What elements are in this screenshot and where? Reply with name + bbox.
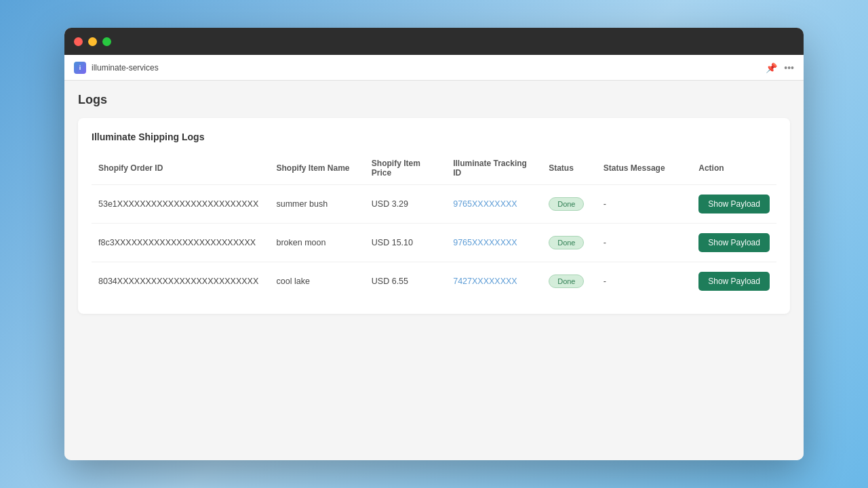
cell-action: Show Payload	[692, 185, 776, 224]
col-header-item-name: Shopify Item Name	[270, 153, 365, 185]
show-payload-button[interactable]: Show Payload	[698, 233, 770, 252]
minimize-button[interactable]	[88, 37, 97, 46]
show-payload-button[interactable]: Show Payload	[698, 195, 770, 214]
app-name-label: illuminate-services	[92, 63, 159, 73]
table-row: f8c3XXXXXXXXXXXXXXXXXXXXXXXXX broken moo…	[92, 224, 776, 262]
more-options-icon[interactable]: •••	[784, 62, 794, 73]
cell-item-name: cool lake	[270, 262, 365, 301]
table-row: 8034XXXXXXXXXXXXXXXXXXXXXXXXX cool lake …	[92, 262, 776, 301]
status-badge: Done	[549, 274, 584, 288]
cell-order-id: 8034XXXXXXXXXXXXXXXXXXXXXXXXX	[92, 262, 270, 301]
app-icon-label: i	[79, 64, 81, 71]
maximize-button[interactable]	[102, 37, 111, 46]
cell-status: Done	[542, 224, 597, 262]
cell-item-name: summer bush	[270, 185, 365, 224]
table-header-row: Shopify Order ID Shopify Item Name Shopi…	[92, 153, 776, 185]
card-title: Illuminate Shipping Logs	[92, 131, 776, 142]
table-row: 53e1XXXXXXXXXXXXXXXXXXXXXXXXX summer bus…	[92, 185, 776, 224]
col-header-item-price: Shopify Item Price	[365, 153, 446, 185]
cell-item-price: USD 15.10	[365, 224, 446, 262]
titlebar	[64, 28, 804, 55]
app-window: i illuminate-services 📌 ••• Logs Illumin…	[64, 28, 804, 460]
cell-tracking-id: 9765XXXXXXXX	[446, 185, 542, 224]
status-badge: Done	[549, 197, 584, 211]
main-content: Logs Illuminate Shipping Logs Shopify Or…	[64, 81, 804, 460]
toolbar: i illuminate-services 📌 •••	[64, 55, 804, 81]
col-header-tracking-id: Illuminate Tracking ID	[446, 153, 542, 185]
cell-tracking-id: 7427XXXXXXXX	[446, 262, 542, 301]
logs-card: Illuminate Shipping Logs Shopify Order I…	[78, 118, 790, 314]
col-header-status: Status	[542, 153, 597, 185]
tracking-link[interactable]: 7427XXXXXXXX	[453, 277, 517, 286]
toolbar-left: i illuminate-services	[74, 62, 159, 74]
cell-status-message: -	[597, 224, 692, 262]
page-title: Logs	[78, 93, 790, 107]
col-header-status-message: Status Message	[597, 153, 692, 185]
traffic-lights	[74, 37, 111, 46]
cell-item-price: USD 6.55	[365, 262, 446, 301]
cell-order-id: 53e1XXXXXXXXXXXXXXXXXXXXXXXXX	[92, 185, 270, 224]
col-header-action: Action	[692, 153, 776, 185]
status-badge: Done	[549, 236, 584, 249]
cell-action: Show Payload	[692, 224, 776, 262]
cell-status-message: -	[597, 185, 692, 224]
logs-table: Shopify Order ID Shopify Item Name Shopi…	[92, 153, 776, 300]
cell-item-name: broken moon	[270, 224, 365, 262]
cell-status-message: -	[597, 262, 692, 301]
toolbar-right: 📌 •••	[766, 62, 794, 73]
cell-status: Done	[542, 185, 597, 224]
show-payload-button[interactable]: Show Payload	[698, 272, 770, 291]
app-icon: i	[74, 62, 86, 74]
tracking-link[interactable]: 9765XXXXXXXX	[453, 238, 517, 247]
cell-status: Done	[542, 262, 597, 301]
cell-item-price: USD 3.29	[365, 185, 446, 224]
pin-icon[interactable]: 📌	[766, 62, 777, 73]
col-header-order-id: Shopify Order ID	[92, 153, 270, 185]
cell-action: Show Payload	[692, 262, 776, 301]
cell-tracking-id: 9765XXXXXXXX	[446, 224, 542, 262]
cell-order-id: f8c3XXXXXXXXXXXXXXXXXXXXXXXXX	[92, 224, 270, 262]
close-button[interactable]	[74, 37, 83, 46]
tracking-link[interactable]: 9765XXXXXXXX	[453, 199, 517, 209]
